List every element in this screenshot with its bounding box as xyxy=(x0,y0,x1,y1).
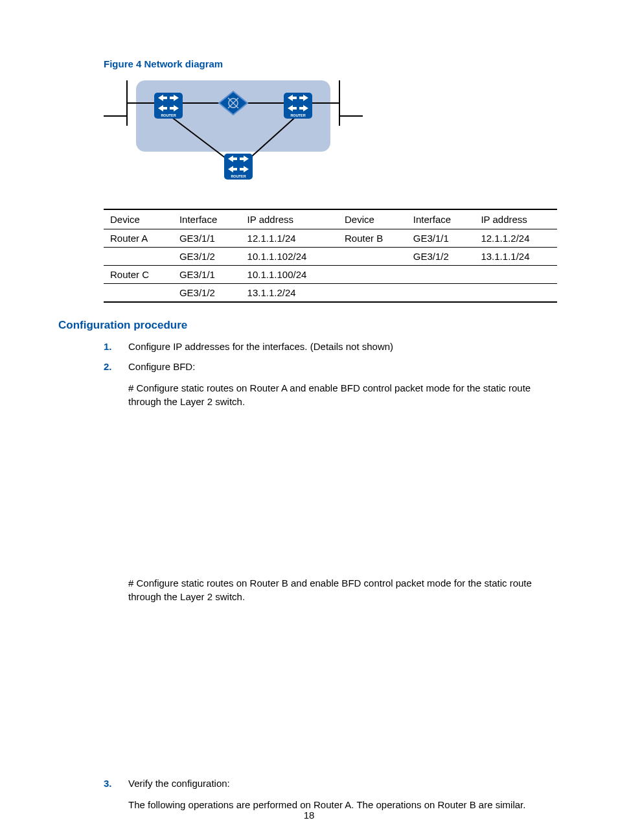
svg-text:ROUTER: ROUTER xyxy=(231,174,246,178)
network-diagram: ROUTER ROUTER ROUTER xyxy=(104,77,560,189)
procedure-list: Configure IP addresses for the interface… xyxy=(104,341,560,811)
table-row: GE3/1/213.1.1.2/24 xyxy=(104,284,557,303)
procedure-step: Verify the configuration:The following o… xyxy=(104,778,560,811)
table-header: Interface xyxy=(407,209,475,229)
step-subtext: # Configure static routes on Router A an… xyxy=(128,381,560,408)
step-text: Configure BFD: xyxy=(128,361,560,372)
table-header: Interface xyxy=(173,209,241,229)
procedure-step: Configure BFD:# Configure static routes … xyxy=(104,361,560,771)
address-table: DeviceInterfaceIP addressDeviceInterface… xyxy=(104,209,560,303)
router-icon: ROUTER xyxy=(224,154,253,180)
table-header: IP address xyxy=(474,209,557,229)
router-icon: ROUTER xyxy=(154,93,183,119)
section-heading: Configuration procedure xyxy=(58,319,560,332)
page-number: 18 xyxy=(0,810,618,821)
step-text: Configure IP addresses for the interface… xyxy=(128,341,560,352)
table-row: GE3/1/210.1.1.102/24GE3/1/213.1.1.1/24 xyxy=(104,248,557,266)
table-header: IP address xyxy=(241,209,338,229)
table-header: Device xyxy=(104,209,173,229)
table-row: Router AGE3/1/112.1.1.1/24Router BGE3/1/… xyxy=(104,229,557,248)
svg-text:ROUTER: ROUTER xyxy=(161,113,176,117)
svg-text:ROUTER: ROUTER xyxy=(290,113,305,117)
step-text: Verify the configuration: xyxy=(128,778,560,789)
step-subtext: # Configure static routes on Router B an… xyxy=(128,576,560,603)
table-row: Router CGE3/1/110.1.1.100/24 xyxy=(104,266,557,284)
figure-caption: Figure 4 Network diagram xyxy=(104,58,560,69)
table-header: Device xyxy=(338,209,407,229)
procedure-step: Configure IP addresses for the interface… xyxy=(104,341,560,352)
router-icon: ROUTER xyxy=(284,93,312,119)
